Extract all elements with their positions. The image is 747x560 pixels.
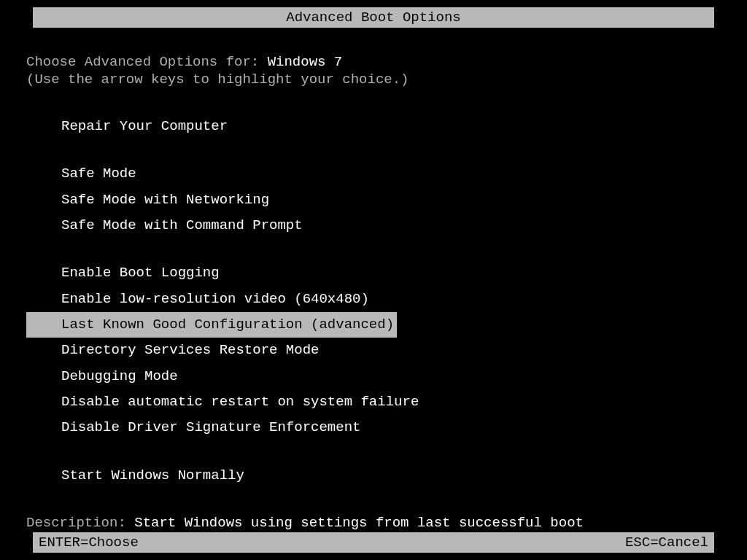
option-directory-services-restore[interactable]: Directory Services Restore Mode: [61, 338, 721, 363]
prompt-label: Choose Advanced Options for:: [26, 54, 268, 70]
esc-hint: ESC=Cancel: [625, 534, 708, 551]
option-group-repair: Repair Your Computer: [61, 114, 721, 139]
option-enable-boot-logging[interactable]: Enable Boot Logging: [61, 260, 721, 286]
option-repair-your-computer[interactable]: Repair Your Computer: [61, 114, 721, 139]
arrow-keys-instruction: (Use the arrow keys to highlight your ch…: [26, 71, 721, 88]
option-safe-mode-networking[interactable]: Safe Mode with Networking: [61, 187, 721, 213]
description-text-1: Start Windows using settings from last s…: [134, 515, 584, 531]
choose-prompt: Choose Advanced Options for: Windows 7: [26, 54, 721, 70]
boot-options-list[interactable]: Repair Your Computer Safe Mode Safe Mode…: [61, 114, 721, 489]
option-group-normal: Start Windows Normally: [61, 463, 721, 489]
option-group-safe-mode: Safe Mode Safe Mode with Networking Safe…: [61, 161, 721, 238]
option-safe-mode-command-prompt[interactable]: Safe Mode with Command Prompt: [61, 213, 721, 238]
option-disable-driver-signature[interactable]: Disable Driver Signature Enforcement: [61, 415, 721, 440]
title-bar: Advanced Boot Options: [33, 7, 714, 28]
description-label: Description:: [26, 515, 134, 531]
option-last-known-good-config[interactable]: Last Known Good Configuration (advanced): [61, 312, 397, 338]
footer-bar: ENTER=Choose ESC=Cancel: [33, 532, 714, 553]
option-low-resolution-video[interactable]: Enable low-resolution video (640x480): [61, 287, 721, 312]
description-line-1: Description: Start Windows using setting…: [26, 515, 721, 531]
option-safe-mode[interactable]: Safe Mode: [61, 161, 721, 187]
option-disable-auto-restart[interactable]: Disable automatic restart on system fail…: [61, 389, 721, 415]
option-debugging-mode[interactable]: Debugging Mode: [61, 364, 721, 389]
option-start-windows-normally[interactable]: Start Windows Normally: [61, 463, 721, 489]
screen-title: Advanced Boot Options: [286, 9, 460, 26]
enter-hint: ENTER=Choose: [39, 534, 139, 551]
main-content: Choose Advanced Options for: Windows 7 (…: [0, 28, 747, 547]
os-name: Windows 7: [268, 54, 343, 70]
option-group-advanced: Enable Boot Logging Enable low-resolutio…: [61, 260, 721, 440]
